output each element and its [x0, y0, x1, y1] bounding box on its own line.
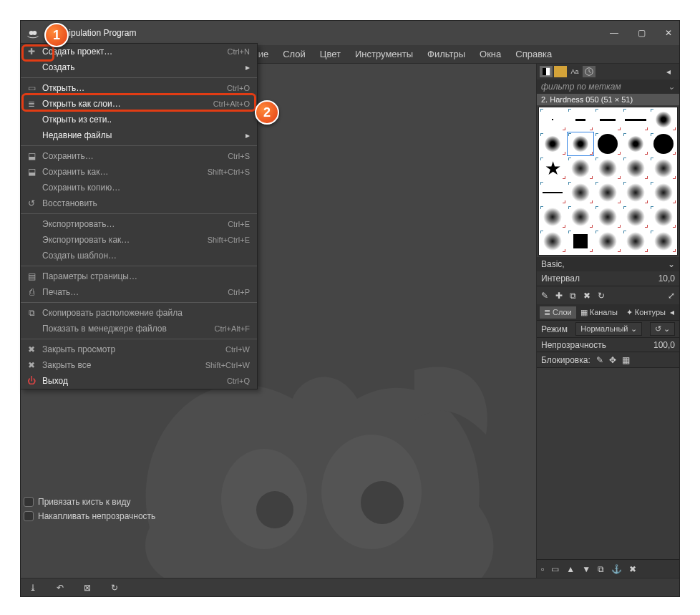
file-menu-item: ⬓Сохранить…Ctrl+S — [21, 148, 257, 164]
file-menu-item[interactable]: Открыть из сети.. — [21, 112, 257, 127]
brush-pixel[interactable] — [539, 107, 567, 132]
brush-texture1[interactable] — [622, 156, 650, 180]
menu-цвет[interactable]: Цвет — [313, 46, 348, 62]
brush-lines[interactable] — [622, 229, 650, 253]
minimize-button[interactable]: — — [609, 28, 619, 38]
brush-dots2[interactable] — [567, 180, 595, 205]
tag-filter[interactable]: фильтр по меткам ⌄ — [537, 79, 679, 94]
callout-2: 2 — [255, 100, 279, 125]
submenu-arrow-icon: ▸ — [246, 62, 250, 72]
history-tab[interactable] — [583, 66, 596, 77]
open-as-image-icon[interactable]: ⤢ — [668, 291, 675, 301]
brush-blur1[interactable] — [649, 107, 677, 132]
lock-alpha-icon[interactable]: ▦ — [622, 355, 630, 365]
gimp-icon — [26, 26, 39, 39]
bind-brush-checkbox[interactable]: Привязать кисть к виду — [24, 495, 155, 509]
dock-menu-icon[interactable]: ◂ — [670, 307, 676, 317]
file-menu-item: Сохранить копию… — [21, 180, 257, 195]
new-brush-icon[interactable]: ✚ — [555, 291, 563, 301]
file-menu-item: Экспортировать…Ctrl+E — [21, 216, 257, 232]
brush-cell[interactable] — [567, 205, 595, 229]
brush-interval[interactable]: Интервал 10,0 — [537, 271, 679, 286]
layer-opacity[interactable]: Непрозрачность 100,0 — [537, 337, 679, 352]
layers-list[interactable] — [537, 367, 679, 559]
brush-hbar2[interactable] — [594, 107, 622, 132]
duplicate-layer-icon[interactable]: ⧉ — [598, 564, 604, 574]
edit-brush-icon[interactable]: ✎ — [541, 291, 548, 301]
blank-icon — [26, 62, 37, 72]
menu-фильтры[interactable]: Фильтры — [420, 46, 472, 62]
current-brush-label: 2. Hardness 050 (51 × 51) — [537, 94, 679, 105]
brush-sel[interactable] — [567, 132, 595, 156]
delete-brush-icon[interactable]: ✖ — [583, 291, 590, 301]
svg-point-4 — [256, 491, 293, 528]
brush-spray1[interactable] — [567, 156, 595, 180]
file-menu-item[interactable]: ⏻ВыходCtrl+Q — [21, 373, 257, 389]
brush-grain1[interactable] — [594, 156, 622, 180]
blank-icon — [26, 115, 37, 125]
print-icon: ⎙ — [26, 287, 37, 297]
file-menu-item[interactable]: ▭Открыть…Ctrl+O — [21, 80, 257, 96]
brush-blur2[interactable] — [539, 132, 567, 156]
redo-icon[interactable]: ↻ — [111, 583, 118, 593]
brush-big[interactable] — [594, 132, 622, 156]
titlebar: e Manipulation Program — ▢ ✕ — [21, 21, 679, 45]
file-menu-item[interactable]: ≣Открыть как слои…Ctrl+Alt+O — [21, 96, 257, 112]
new-group-icon[interactable]: ▭ — [551, 564, 559, 574]
layer-mode-dropdown[interactable]: Нормальный ⌄ — [575, 322, 641, 336]
refresh-brush-icon[interactable]: ↻ — [598, 291, 605, 301]
brush-dots3[interactable] — [649, 180, 677, 205]
menu-справка[interactable]: Справка — [508, 46, 559, 62]
brush-preset-dropdown[interactable]: Basic, ⌄ — [537, 257, 679, 271]
brush-square[interactable] — [567, 229, 595, 253]
brush-softbig[interactable] — [622, 132, 650, 156]
layers-tab[interactable]: ≣ Слои — [540, 306, 576, 319]
stack-opacity-checkbox[interactable]: Накапливать непрозрачность — [24, 509, 155, 523]
close-button[interactable]: ✕ — [663, 28, 674, 38]
brush-dots1[interactable] — [649, 156, 677, 180]
brush-bigblack[interactable] — [649, 132, 677, 156]
brush-hline[interactable] — [539, 180, 567, 205]
brush-spots[interactable] — [594, 205, 622, 229]
brush-hbar3[interactable] — [622, 107, 650, 132]
file-menu-item[interactable]: Создать▸ — [21, 59, 257, 75]
delete-layer-icon[interactable]: ✖ — [629, 564, 636, 574]
anchor-layer-icon[interactable]: ⚓ — [611, 564, 622, 574]
brush-noise2[interactable] — [622, 205, 650, 229]
channels-tab[interactable]: ▦ Каналы — [576, 306, 622, 319]
dock-menu-icon[interactable]: ◂ — [666, 67, 676, 77]
brushes-tab[interactable] — [540, 66, 553, 77]
save-status-icon[interactable]: ⤓ — [29, 583, 37, 593]
new-layer-icon[interactable]: ▫ — [541, 564, 544, 574]
menu-инструменты[interactable]: Инструменты — [348, 46, 420, 62]
brush-star[interactable]: ★ — [539, 156, 567, 180]
brush-grid[interactable]: ★ — [538, 107, 678, 256]
maximize-button[interactable]: ▢ — [636, 28, 646, 38]
brush-grain2[interactable] — [594, 180, 622, 205]
menu-слой[interactable]: Слой — [276, 46, 313, 62]
raise-layer-icon[interactable]: ▲ — [566, 564, 575, 574]
lock-position-icon[interactable]: ✥ — [609, 355, 616, 365]
duplicate-brush-icon[interactable]: ⧉ — [570, 291, 576, 301]
brush-fiber[interactable] — [539, 229, 567, 253]
layer-mode-reset[interactable]: ↺ ⌄ — [650, 322, 675, 336]
undo-icon[interactable]: ↶ — [57, 583, 64, 593]
brush-noise4[interactable] — [649, 229, 677, 253]
svg-point-5 — [361, 481, 404, 524]
file-menu-item: Создать шаблон… — [21, 248, 257, 263]
brush-noise3[interactable] — [594, 229, 622, 253]
brush-cluster[interactable] — [622, 180, 650, 205]
brush-dots4[interactable] — [649, 205, 677, 229]
brush-noise1[interactable] — [539, 205, 567, 229]
quit-icon: ⏻ — [26, 376, 37, 386]
file-menu-item[interactable]: Недавние файлы▸ — [21, 127, 257, 143]
fonts-tab[interactable]: Aa — [568, 66, 581, 77]
lower-layer-icon[interactable]: ▼ — [582, 564, 590, 574]
patterns-tab[interactable] — [554, 66, 567, 77]
paths-tab[interactable]: ✦ Контуры — [622, 306, 670, 319]
brush-hbar1[interactable] — [567, 107, 595, 132]
delete-status-icon[interactable]: ⊠ — [84, 583, 91, 593]
submenu-arrow-icon: ▸ — [246, 130, 250, 140]
lock-pixels-icon[interactable]: ✎ — [596, 355, 603, 365]
menu-окна[interactable]: Окна — [472, 46, 508, 62]
